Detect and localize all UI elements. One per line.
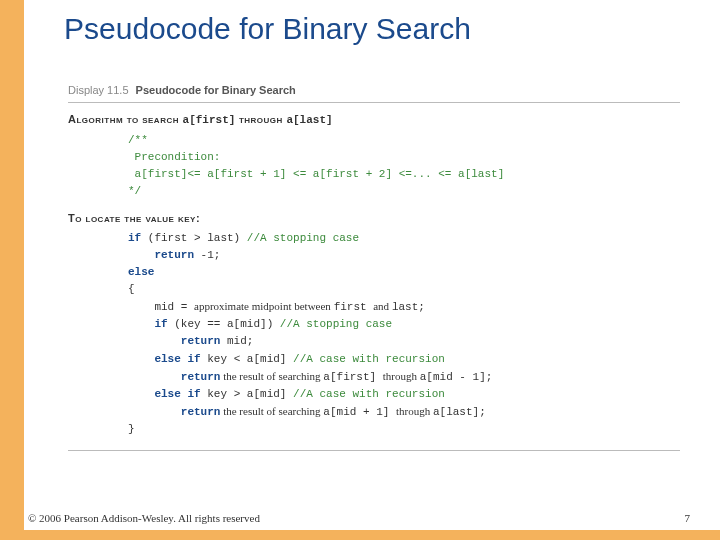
bottom-stripe <box>0 530 720 540</box>
c-l2-code: -1; <box>194 249 220 261</box>
c-l9-code2: a[mid - 1]; <box>420 371 493 383</box>
c-l6-code: (key == a[mid]) <box>168 318 280 330</box>
algorithm-heading: Algorithm to search a[first] through a[l… <box>68 113 680 126</box>
precond-l1: /** <box>128 134 148 146</box>
c-l10-kw: else if <box>154 388 200 400</box>
algo-prefix: Algorithm to search <box>68 113 183 125</box>
c-l12: } <box>128 423 135 435</box>
c-l11-nar: the result of searching <box>220 405 323 417</box>
precondition-block: /** Precondition: a[first]<= a[first + 1… <box>128 132 680 200</box>
c-l5-code2: first <box>334 301 374 313</box>
c-l7-kw: return <box>181 335 221 347</box>
c-l5-nar: approximate midpoint between <box>194 300 334 312</box>
left-stripe <box>0 0 24 540</box>
display-label: Display 11.5 <box>68 84 129 96</box>
c-l6-kw: if <box>154 318 167 330</box>
c-l3-kw: else <box>128 266 154 278</box>
rule-bottom <box>68 450 680 451</box>
algo-mid: through <box>235 113 286 125</box>
c-l2-kw: return <box>154 249 194 261</box>
c-l10-code: key > a[mid] <box>201 388 293 400</box>
c-l5-code3: last; <box>392 301 425 313</box>
c-l9-nar2: through <box>383 370 420 382</box>
c-l11-code2: a[last]; <box>433 406 486 418</box>
precond-l3: a[first]<= a[first + 1] <= a[first + 2] … <box>128 168 504 180</box>
c-l5-nar2: and <box>373 300 392 312</box>
precond-l2: Precondition: <box>128 151 220 163</box>
algo-mono1: a[first] <box>183 114 236 126</box>
page-number: 7 <box>685 512 691 524</box>
rule-top <box>68 102 680 103</box>
footer-copyright: © 2006 Pearson Addison-Wesley. All right… <box>28 512 260 524</box>
c-l9-code: a[first] <box>323 371 382 383</box>
c-l9-kw: return <box>181 371 221 383</box>
page-title: Pseudocode for Binary Search <box>64 12 471 46</box>
c-l8-kw: else if <box>154 353 200 365</box>
display-title: Pseudocode for Binary Search <box>136 84 296 96</box>
c-l9-nar: the result of searching <box>220 370 323 382</box>
c-l1-cm: //A stopping case <box>247 232 359 244</box>
c-l8-code: key < a[mid] <box>201 353 293 365</box>
c-l7-code: mid; <box>220 335 253 347</box>
c-l1-code: (first > last) <box>141 232 247 244</box>
c-l5-code: mid = <box>154 301 194 313</box>
c-l8-cm: //A case with recursion <box>293 353 445 365</box>
code-block: if (first > last) //A stopping case retu… <box>128 230 680 438</box>
c-l10-cm: //A case with recursion <box>293 388 445 400</box>
display-heading: Display 11.5 Pseudocode for Binary Searc… <box>68 84 680 96</box>
content-block: Display 11.5 Pseudocode for Binary Searc… <box>68 84 680 451</box>
precond-l4: */ <box>128 185 141 197</box>
c-l6-cm: //A stopping case <box>280 318 392 330</box>
c-l11-nar2: through <box>396 405 433 417</box>
locate-heading: To locate the value key: <box>68 212 680 224</box>
c-l11-code: a[mid + 1] <box>323 406 396 418</box>
c-l11-kw: return <box>181 406 221 418</box>
c-l1-kw: if <box>128 232 141 244</box>
algo-mono2: a[last] <box>286 114 332 126</box>
c-l4: { <box>128 283 135 295</box>
